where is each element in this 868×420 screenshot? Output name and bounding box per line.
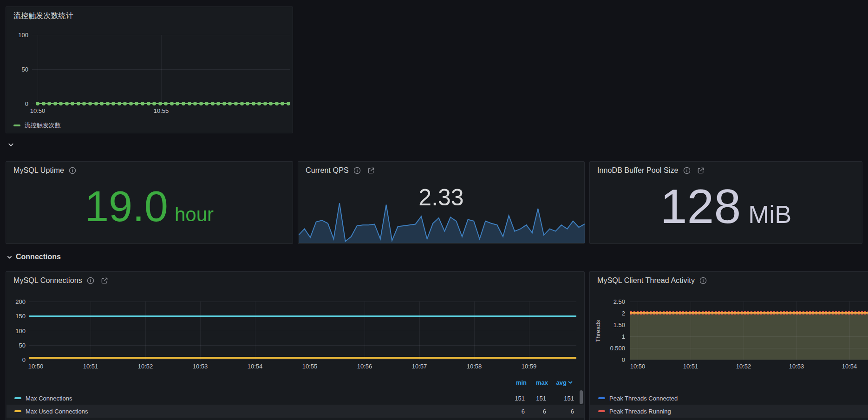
legend-row-peak-threads-connected[interactable]: Peak Threads Connected	[590, 392, 868, 405]
x-tick-label: 10:53	[789, 363, 804, 370]
legend-series-label[interactable]: Max Connections	[26, 395, 72, 402]
x-tick-label: 10:59	[522, 363, 537, 370]
gridline	[29, 316, 576, 316]
flow-data-point	[59, 102, 63, 105]
legend-series-label[interactable]: 流控触发次数	[25, 121, 61, 130]
x-tick-label: 10:51	[683, 363, 698, 370]
stat-unit: MiB	[748, 200, 791, 229]
external-link-icon[interactable]	[697, 167, 705, 174]
flow-data-point	[94, 102, 98, 105]
flow-data-point	[123, 102, 127, 105]
chevron-down-icon[interactable]	[568, 380, 574, 385]
flow-data-point	[158, 102, 162, 105]
external-link-icon[interactable]	[367, 167, 375, 174]
gridline	[744, 302, 744, 360]
legend-series-marker	[14, 397, 21, 399]
legend-row-peak-threads-running[interactable]: Peak Threads Running	[590, 405, 868, 418]
x-tick-label: 10:52	[736, 363, 751, 370]
panel-title[interactable]: MySQL Connections	[13, 276, 82, 285]
panel-mysql-uptime-header: MySQL Uptime	[6, 162, 293, 179]
flow-data-point	[164, 102, 168, 105]
panel-title[interactable]: 流控触发次数统计	[13, 11, 73, 21]
innodb-stat-value: 128 MiB	[590, 182, 862, 243]
row-title[interactable]: Connections	[16, 253, 61, 261]
info-icon[interactable]	[69, 167, 76, 174]
flow-data-point	[77, 102, 80, 105]
y-tick-label: 2.50	[604, 298, 625, 305]
qps-stat-value: 2.33	[298, 186, 584, 214]
row-toggle-connections[interactable]: Connections	[7, 253, 61, 261]
panel-title[interactable]: InnoDB Buffer Pool Size	[597, 166, 679, 175]
flow-data-point	[117, 102, 121, 105]
legend-series-marker	[598, 410, 605, 412]
info-icon[interactable]	[87, 277, 94, 284]
flow-plot: 10:50 10:55	[32, 35, 290, 104]
flow-data-point	[106, 102, 110, 105]
sort-min[interactable]: min	[505, 379, 527, 386]
panel-innodb-header: InnoDB Buffer Pool Size	[590, 162, 862, 179]
flow-data-point	[222, 102, 226, 105]
flow-data-point	[193, 102, 197, 105]
chevron-down-icon[interactable]	[7, 141, 14, 148]
chevron-down-icon[interactable]	[7, 254, 13, 260]
flow-data-point	[275, 102, 279, 105]
panel-title[interactable]: MySQL Client Thread Activity	[597, 276, 695, 285]
x-tick-label: 10:51	[83, 363, 98, 370]
sort-avg[interactable]: avg	[548, 379, 567, 386]
external-link-icon[interactable]	[101, 277, 108, 284]
x-tick-label: 10:54	[248, 363, 263, 370]
info-icon[interactable]	[353, 167, 361, 174]
stat-number: 2.33	[418, 186, 463, 209]
info-icon[interactable]	[683, 167, 691, 174]
gridline	[529, 302, 529, 360]
y-tick-label: 150	[6, 313, 26, 320]
gridline	[630, 325, 868, 325]
panel-title[interactable]: Current QPS	[306, 166, 349, 175]
flow-data-point	[152, 102, 156, 105]
gridline	[630, 360, 868, 360]
peak-threads-running-line-dashed	[630, 314, 868, 315]
legend-row-max-used-connections[interactable]: Max Used Connections 6 6 6	[7, 405, 584, 418]
sort-max[interactable]: max	[527, 379, 548, 386]
gridline	[29, 302, 576, 302]
y-tick-label: 0.500	[604, 345, 625, 352]
flow-data-point	[65, 102, 69, 105]
info-icon[interactable]	[699, 277, 707, 284]
panel-current-qps: Current QPS 2.33	[298, 161, 585, 244]
flow-data-point	[211, 102, 215, 105]
y-tick-label: 50	[6, 342, 26, 349]
flow-data-point	[42, 102, 46, 105]
legend-row-max-connections[interactable]: Max Connections 151 151 151	[7, 392, 584, 405]
flow-data-point	[36, 102, 39, 105]
legend-series-label[interactable]: Peak Threads Connected	[609, 395, 678, 402]
gridline	[255, 302, 255, 360]
panel-title[interactable]: MySQL Uptime	[13, 166, 64, 175]
gridline	[630, 302, 868, 302]
gridline	[691, 302, 691, 360]
flow-data-point	[182, 102, 185, 105]
gridline	[365, 302, 365, 360]
legend-series-marker	[13, 125, 20, 126]
flow-data-point	[287, 102, 290, 105]
gridline	[145, 302, 146, 360]
x-tick-label: 10:54	[842, 363, 857, 370]
legend-scrollbar[interactable]	[580, 390, 583, 404]
y-tick-label: 2	[604, 310, 625, 317]
legend-series-label[interactable]: Max Used Connections	[26, 408, 88, 415]
gridline	[200, 302, 201, 360]
panel-thread-activity: MySQL Client Thread Activity Threads 2.5…	[589, 271, 868, 420]
legend-series-label[interactable]: Peak Threads Running	[609, 408, 671, 415]
gridline	[630, 336, 868, 337]
gridline	[630, 348, 868, 348]
gridline	[91, 302, 91, 360]
flow-data-point	[263, 102, 267, 105]
gridline	[419, 302, 420, 360]
panel-mysql-uptime: MySQL Uptime 19.0 hour	[6, 161, 293, 244]
flow-data-point	[129, 102, 133, 105]
flow-legend-item[interactable]: 流控触发次数	[13, 121, 61, 130]
x-tick-label: 10:53	[193, 363, 208, 370]
legend-max-value: 151	[525, 395, 546, 402]
flow-data-point	[147, 102, 150, 105]
legend-values: 6 6 6	[503, 408, 584, 415]
row-toggle-untitled[interactable]	[7, 141, 14, 148]
